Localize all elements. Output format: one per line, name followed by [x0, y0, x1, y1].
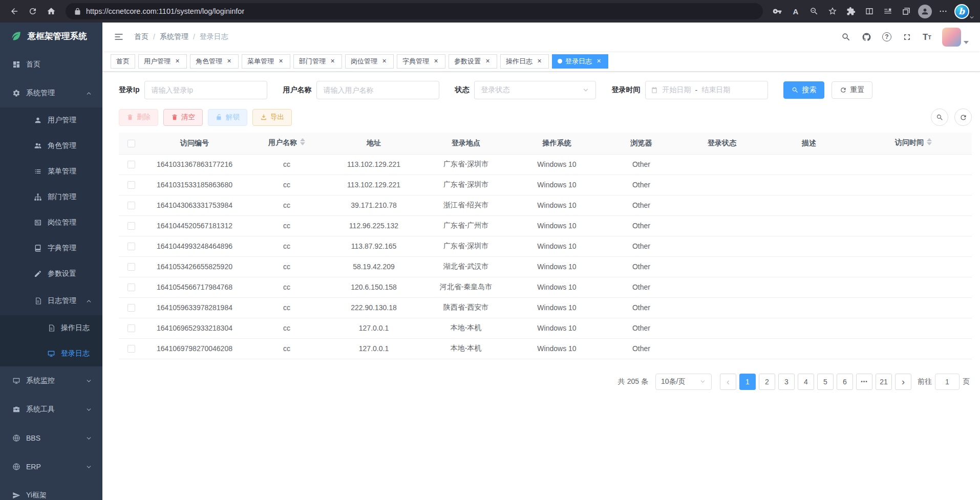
- breadcrumb-home[interactable]: 首页: [134, 32, 148, 41]
- sort-carets[interactable]: [927, 138, 932, 148]
- split-screen-button[interactable]: [860, 3, 879, 20]
- status-select[interactable]: 登录状态: [474, 81, 596, 99]
- sidebar-item-menu-mgmt[interactable]: 菜单管理: [0, 159, 102, 184]
- search-button[interactable]: 搜索: [783, 81, 824, 99]
- row-checkbox[interactable]: [127, 161, 135, 168]
- row-checkbox[interactable]: [127, 304, 135, 312]
- github-icon[interactable]: [862, 32, 871, 42]
- favorites-button[interactable]: [879, 3, 897, 20]
- sidebar-item-dict-mgmt[interactable]: 字典管理: [0, 235, 102, 261]
- close-icon[interactable]: ×: [277, 57, 285, 65]
- date-range-picker[interactable]: 开始日期 - 结束日期: [645, 81, 768, 99]
- tab-param-settings[interactable]: 参数设置×: [449, 54, 497, 69]
- pager-page-2[interactable]: 2: [759, 374, 775, 390]
- page-size-select[interactable]: 10条/页: [655, 374, 712, 390]
- sidebar-item-home[interactable]: 首页: [0, 50, 102, 79]
- sidebar-item-login-log[interactable]: 登录日志: [0, 341, 102, 366]
- search-icon[interactable]: [841, 32, 851, 42]
- sort-carets[interactable]: [300, 138, 305, 148]
- pager-page-6[interactable]: 6: [837, 374, 853, 390]
- pager-page-3[interactable]: 3: [778, 374, 795, 390]
- font-size-icon[interactable]: TT: [923, 33, 931, 41]
- row-checkbox[interactable]: [127, 345, 135, 353]
- table-row[interactable]: 1641044993248464896 cc 113.87.92.165 广东省…: [119, 236, 972, 256]
- table-row[interactable]: 1641053426655825920 cc 58.19.42.209 湖北省-…: [119, 256, 972, 277]
- sidebar-item-post-mgmt[interactable]: 岗位管理: [0, 210, 102, 235]
- pager-page-4[interactable]: 4: [798, 374, 814, 390]
- address-bar[interactable]: https://ccnetcore.com:1101/system/log/lo…: [66, 3, 763, 19]
- bing-copilot-button[interactable]: b: [952, 3, 971, 20]
- favorite-this-page-button[interactable]: [823, 3, 842, 20]
- select-all-checkbox[interactable]: [127, 140, 135, 147]
- breadcrumb-system-mgmt[interactable]: 系统管理: [160, 32, 188, 41]
- toggle-search-button[interactable]: [931, 108, 948, 126]
- delete-button[interactable]: 删除: [119, 109, 158, 126]
- close-icon[interactable]: ×: [329, 57, 336, 65]
- browser-reload-button[interactable]: [24, 3, 42, 20]
- pager-ellipsis[interactable]: •••: [856, 374, 872, 390]
- collapse-sidebar-button[interactable]: [114, 32, 124, 42]
- pager-page-21[interactable]: 21: [876, 374, 892, 390]
- tab-user-mgmt[interactable]: 用户管理×: [138, 54, 187, 69]
- table-row[interactable]: 1641031367863177216 cc 113.102.129.221 广…: [119, 154, 972, 175]
- tab-menu-mgmt[interactable]: 菜单管理×: [242, 54, 290, 69]
- close-icon[interactable]: ×: [432, 57, 440, 65]
- sidebar-item-system-mgmt[interactable]: 系统管理: [0, 79, 102, 107]
- clear-button[interactable]: 清空: [163, 109, 203, 126]
- col-header-user-name[interactable]: 用户名称: [246, 133, 328, 154]
- tab-post-mgmt[interactable]: 岗位管理×: [345, 54, 394, 69]
- sidebar-item-system-tools[interactable]: 系统工具: [0, 395, 102, 424]
- read-aloud-button[interactable]: A: [786, 3, 805, 20]
- sidebar-item-user-mgmt[interactable]: 用户管理: [0, 107, 102, 133]
- tab-login-log[interactable]: 登录日志×: [552, 54, 608, 69]
- jump-page-input[interactable]: [935, 374, 960, 390]
- row-checkbox[interactable]: [127, 263, 135, 271]
- browser-profile-button[interactable]: [915, 3, 934, 20]
- browser-menu-button[interactable]: [934, 3, 952, 20]
- close-icon[interactable]: ×: [536, 57, 543, 65]
- close-icon[interactable]: ×: [484, 57, 492, 65]
- row-checkbox[interactable]: [127, 181, 135, 189]
- table-row[interactable]: 1641043063331753984 cc 39.171.210.78 浙江省…: [119, 195, 972, 215]
- export-button[interactable]: 导出: [252, 109, 292, 126]
- collections-button[interactable]: [897, 3, 915, 20]
- sidebar-item-operation-log[interactable]: 操作日志: [0, 315, 102, 341]
- fullscreen-icon[interactable]: [902, 32, 912, 42]
- sidebar-item-bbs[interactable]: BBS: [0, 424, 102, 452]
- chevron-down-icon[interactable]: [969, 14, 975, 20]
- close-icon[interactable]: ×: [380, 57, 388, 65]
- tab-operation-log[interactable]: 操作日志×: [500, 54, 549, 69]
- sidebar-item-yi-framework[interactable]: Yi框架: [0, 481, 102, 500]
- sidebar-item-dept-mgmt[interactable]: 部门管理: [0, 184, 102, 210]
- refresh-table-button[interactable]: [954, 108, 972, 126]
- row-checkbox[interactable]: [127, 202, 135, 209]
- sidebar-item-role-mgmt[interactable]: 角色管理: [0, 133, 102, 159]
- table-row[interactable]: 1641059633978281984 cc 222.90.130.18 陕西省…: [119, 297, 972, 318]
- close-icon[interactable]: ×: [595, 57, 603, 65]
- zoom-button[interactable]: [805, 3, 823, 20]
- table-row[interactable]: 1641069798270046208 cc 127.0.0.1 本地-本机 W…: [119, 338, 972, 359]
- close-icon[interactable]: ×: [225, 57, 233, 65]
- row-checkbox[interactable]: [127, 222, 135, 230]
- tab-home[interactable]: 首页: [111, 54, 135, 69]
- password-key-button[interactable]: [768, 3, 786, 20]
- close-icon[interactable]: ×: [174, 57, 181, 65]
- help-icon[interactable]: ?: [882, 32, 891, 41]
- table-row[interactable]: 1641031533185863680 cc 113.102.129.221 广…: [119, 175, 972, 195]
- pager-prev-button[interactable]: ‹: [720, 374, 736, 390]
- user-menu[interactable]: [942, 28, 969, 47]
- sidebar-item-system-monitor[interactable]: 系统监控: [0, 366, 102, 395]
- col-header-visit-time[interactable]: 访问时间: [855, 133, 972, 154]
- extensions-button[interactable]: [842, 3, 860, 20]
- row-checkbox[interactable]: [127, 324, 135, 332]
- pager-page-5[interactable]: 5: [817, 374, 834, 390]
- row-checkbox[interactable]: [127, 284, 135, 291]
- table-row[interactable]: 1641069652933218304 cc 127.0.0.1 本地-本机 W…: [119, 318, 972, 338]
- sidebar-item-param-settings[interactable]: 参数设置: [0, 261, 102, 287]
- user-name-input[interactable]: [316, 81, 439, 99]
- pager-page-1[interactable]: 1: [739, 374, 756, 390]
- unlock-button[interactable]: 解锁: [208, 109, 247, 126]
- reset-button[interactable]: 重置: [832, 81, 872, 99]
- sidebar-item-log-mgmt[interactable]: 日志管理: [0, 287, 102, 315]
- table-row[interactable]: 1641054566717984768 cc 120.6.150.158 河北省…: [119, 277, 972, 297]
